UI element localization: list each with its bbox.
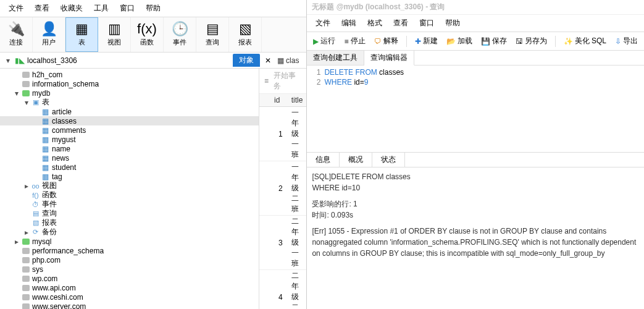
twisty[interactable]: ▸ [22,228,31,237]
data-grid[interactable]: id title 1一年级一班2一年级二班3二年级一班4二年级二班5三年级▸6三… [259,94,306,309]
menu-3[interactable]: 工具 [89,2,114,15]
btn-停止[interactable]: ■停止 [341,35,367,48]
表-icon: ▦ [75,22,88,36]
table-icon [41,145,50,153]
tree-node-sys[interactable]: sys [0,265,259,274]
tool-函数[interactable]: f(x)函数 [131,17,164,52]
tool-报表[interactable]: ▧报表 [229,17,262,52]
tree-node-h2h_com[interactable]: h2h_com [0,70,259,79]
folder-icon: f() [31,191,40,199]
tree-node-视图[interactable]: ▸oo视图 [0,181,259,190]
tool-视图[interactable]: ▥视图 [98,17,131,52]
twisty[interactable]: ▾ [22,98,31,107]
tree-node-查询[interactable]: ▤查询 [0,209,259,218]
rmenu-0[interactable]: 文件 [311,17,335,30]
menu-4[interactable]: 窗口 [115,2,140,15]
新建-icon: ✚ [415,37,421,46]
db-tree[interactable]: h2h_cominformation_schema▾mydb▾▣表article… [0,69,259,309]
col-title[interactable]: title [288,94,307,107]
tab-classes[interactable]: ▦ clas [274,55,303,66]
table-icon [41,135,50,143]
tree-node-表[interactable]: ▾▣表 [0,98,259,107]
tree-node-mydb[interactable]: ▾mydb [0,88,259,98]
table-row[interactable]: 2一年级二班 [259,161,306,216]
rmenu-2[interactable]: 格式 [362,17,387,30]
tab-profile[interactable]: 概况 [340,153,372,167]
保存-icon: 💾 [481,37,490,46]
tree-node-name[interactable]: name [0,144,259,153]
table-row[interactable]: 4二年级二班 [259,270,306,310]
tab-query-editor[interactable]: 查询编辑器 [364,51,414,66]
tree-twisty[interactable]: ▾ [4,56,12,65]
tool-查询[interactable]: ▤查询 [196,17,229,52]
editor-tabs: 查询创建工具 查询编辑器 [307,51,644,66]
folder-icon: oo [31,182,40,190]
tool-用户[interactable]: 👤用户 [33,17,65,52]
btn-导出[interactable]: ⇩导出 [613,35,640,48]
报表-icon: ▧ [239,22,252,36]
tree-node-www.api.com[interactable]: www.api.com [0,283,259,292]
twisty[interactable]: ▸ [22,182,31,190]
twisty[interactable]: ▾ [12,89,21,98]
table-row[interactable]: 1一年级一班 [259,107,306,161]
tree-node-student[interactable]: student [0,163,259,172]
tab-objects[interactable]: 对象 [233,54,260,67]
rmenu-5[interactable]: 帮助 [440,17,465,30]
tree-node-事件[interactable]: ⏱事件 [0,200,259,209]
rmenu-3[interactable]: 查看 [388,17,413,30]
data-grid-pane: ≡ 开始事务 id title 1一年级一班2一年级二班3二年级一班4二年级二班… [259,69,306,309]
menu-2[interactable]: 收藏夹 [56,2,88,15]
tree-node-information_schema[interactable]: information_schema [0,79,259,88]
menu-1[interactable]: 查看 [30,2,54,15]
tree-node-news[interactable]: news [0,153,259,163]
start-transaction-button[interactable]: 开始事务 [274,70,301,91]
tree-node-备份[interactable]: ▸⟳备份 [0,227,259,237]
twisty[interactable]: ▸ [12,237,21,246]
table-row[interactable]: 3二年级一班 [259,216,306,270]
tool-表[interactable]: ▦表 [65,17,98,52]
connection-name[interactable]: localhost_3306 [27,56,77,65]
rmenu-4[interactable]: 窗口 [414,17,439,30]
tool-连接[interactable]: 🔌连接 [0,17,33,52]
tab-query-builder[interactable]: 查询创建工具 [307,51,364,65]
menu-icon[interactable]: ≡ [264,77,269,85]
tree-node-php.com[interactable]: php.com [0,255,259,265]
tree-node-www.server.com[interactable]: www.server.com [0,302,259,309]
tree-node-article[interactable]: article [0,107,259,116]
btn-运行[interactable]: ▶运行 [311,35,338,48]
table-icon [41,154,50,162]
btn-保存[interactable]: 💾保存 [479,35,509,48]
tab-info[interactable]: 信息 [307,153,340,167]
menu-0[interactable]: 文件 [4,2,28,15]
btn-新建[interactable]: ✚新建 [412,35,440,48]
tree-node-www.ceshi.com[interactable]: www.ceshi.com [0,292,259,302]
left-menubar: 文件查看收藏夹工具窗口帮助 [0,0,306,17]
connection-row: ▾ ▮◣ localhost_3306 对象 ✕ ▦ clas [0,53,306,69]
tree-node-函数[interactable]: f()函数 [0,190,259,200]
btn-加载[interactable]: 📂加载 [444,35,475,48]
btn-美化 SQL[interactable]: ✨美化 SQL [561,35,609,48]
tree-node-classes[interactable]: classes [0,116,259,125]
btn-解释[interactable]: 🗩解释 [372,35,401,48]
tree-node-mygust[interactable]: mygust [0,135,259,144]
btn-另存为[interactable]: 🖫另存为 [513,35,550,48]
rmenu-1[interactable]: 编辑 [337,17,361,30]
menu-5[interactable]: 帮助 [141,2,165,15]
tree-node-tag[interactable]: tag [0,172,259,181]
table-icon [41,117,50,125]
tree-node-报表[interactable]: ▧报表 [0,218,259,227]
加载-icon: 📂 [446,37,456,46]
folder-icon: ▤ [31,210,40,218]
tree-node-wp.com[interactable]: wp.com [0,274,259,283]
tool-事件[interactable]: 🕒事件 [164,17,196,52]
table-icon [41,172,50,180]
连接-icon: 🔌 [8,22,25,36]
tree-node-comments[interactable]: comments [0,125,259,135]
tree-node-mysql[interactable]: ▸mysql [0,237,259,246]
col-id[interactable]: id [270,94,288,107]
tab-status[interactable]: 状态 [372,153,405,167]
sql-editor[interactable]: 12 DELETE FROM classesWHERE id=9 [307,66,644,152]
result-output[interactable]: [SQL]DELETE FROM classes WHERE id=10 受影响… [307,167,644,268]
result-sql: [SQL]DELETE FROM classes [312,172,410,181]
tree-node-performance_schema[interactable]: performance_schema [0,246,259,255]
